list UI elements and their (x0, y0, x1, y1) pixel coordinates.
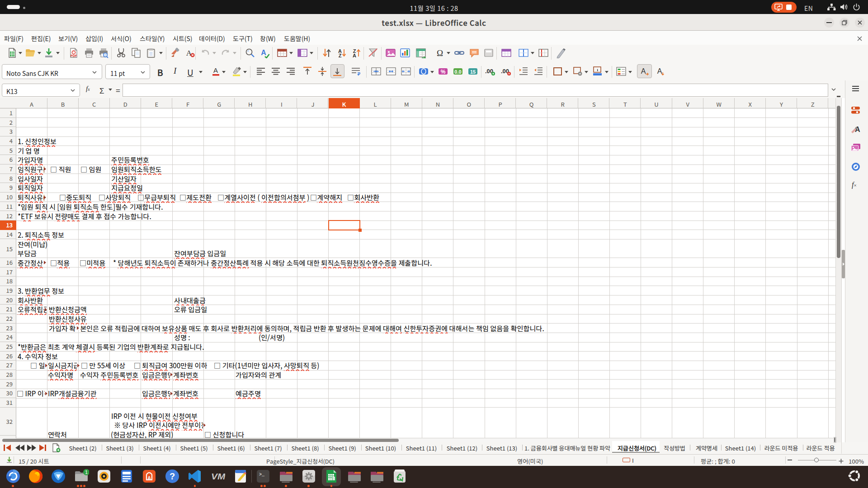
svg-text:A: A (657, 67, 662, 75)
svg-text:%: % (441, 69, 446, 75)
svg-text:PDF: PDF (71, 54, 77, 57)
svg-text:0.0: 0.0 (454, 69, 461, 75)
svg-text:1: 1 (85, 469, 87, 475)
svg-text:A: A (353, 53, 356, 58)
svg-text:Z: Z (339, 53, 342, 58)
svg-text:A: A (147, 475, 151, 482)
svg-text:>_: >_ (259, 472, 265, 477)
svg-text:A: A (641, 67, 646, 75)
svg-text:15: 15 (470, 69, 476, 75)
svg-text:A: A (213, 66, 218, 74)
svg-text:A: A (261, 49, 266, 56)
svg-text:Ω: Ω (437, 48, 443, 58)
svg-text:?: ? (170, 471, 175, 481)
svg-text:VM: VM (211, 472, 225, 481)
